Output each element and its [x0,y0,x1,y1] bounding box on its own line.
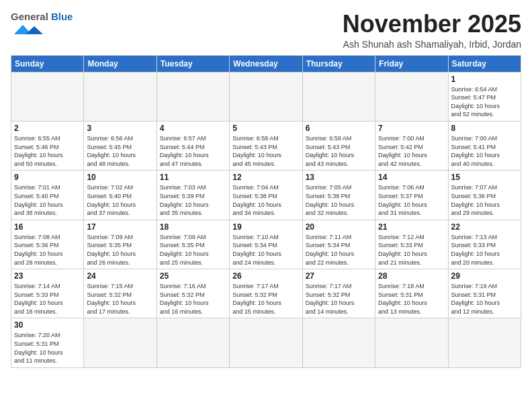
day-number: 29 [451,271,518,281]
logo-general-text: General [11,11,48,22]
day-number: 26 [232,271,299,281]
svg-marker-1 [26,26,43,34]
calendar-cell: 30Sunrise: 7:20 AM Sunset: 5:31 PM Dayli… [11,318,84,367]
day-number: 8 [451,124,518,133]
calendar-cell: 6Sunrise: 6:59 AM Sunset: 5:43 PM Daylig… [302,121,375,170]
weekday-header-friday: Friday [375,55,448,72]
day-info: Sunrise: 6:59 AM Sunset: 5:43 PM Dayligh… [306,134,372,168]
weekday-header-tuesday: Tuesday [157,55,229,72]
day-number: 22 [451,222,518,232]
day-info: Sunrise: 7:19 AM Sunset: 5:31 PM Dayligh… [451,282,518,316]
calendar-cell: 18Sunrise: 7:09 AM Sunset: 5:35 PM Dayli… [157,220,229,269]
day-info: Sunrise: 7:05 AM Sunset: 5:38 PM Dayligh… [306,183,372,217]
day-info: Sunrise: 7:06 AM Sunset: 5:37 PM Dayligh… [378,183,445,217]
weekday-header-monday: Monday [84,55,157,72]
day-number: 24 [87,271,153,281]
day-info: Sunrise: 7:13 AM Sunset: 5:33 PM Dayligh… [451,233,518,267]
day-info: Sunrise: 6:58 AM Sunset: 5:43 PM Dayligh… [232,134,299,168]
day-info: Sunrise: 7:09 AM Sunset: 5:35 PM Dayligh… [87,233,153,267]
day-number: 21 [378,222,445,232]
day-info: Sunrise: 7:00 AM Sunset: 5:42 PM Dayligh… [378,134,445,168]
weekday-header-wednesday: Wednesday [230,55,302,72]
day-info: Sunrise: 7:01 AM Sunset: 5:40 PM Dayligh… [14,183,81,217]
calendar-row-3: 16Sunrise: 7:08 AM Sunset: 5:36 PM Dayli… [11,220,521,269]
day-info: Sunrise: 7:20 AM Sunset: 5:31 PM Dayligh… [14,331,81,365]
day-number: 12 [232,173,299,182]
calendar-cell [302,318,375,367]
day-number: 14 [378,173,445,182]
calendar-cell [375,72,448,121]
calendar-cell: 27Sunrise: 7:17 AM Sunset: 5:32 PM Dayli… [302,269,375,318]
calendar-cell [157,72,229,121]
day-info: Sunrise: 7:08 AM Sunset: 5:36 PM Dayligh… [14,233,81,267]
calendar-cell: 8Sunrise: 7:00 AM Sunset: 5:41 PM Daylig… [448,121,521,170]
calendar-cell: 11Sunrise: 7:03 AM Sunset: 5:39 PM Dayli… [157,171,229,220]
day-info: Sunrise: 7:00 AM Sunset: 5:41 PM Dayligh… [451,134,518,168]
calendar-cell: 16Sunrise: 7:08 AM Sunset: 5:36 PM Dayli… [11,220,84,269]
calendar-cell: 28Sunrise: 7:18 AM Sunset: 5:31 PM Dayli… [375,269,448,318]
logo-blue-text: Blue [51,11,73,22]
calendar-cell [302,72,375,121]
day-info: Sunrise: 7:17 AM Sunset: 5:32 PM Dayligh… [306,282,372,316]
day-number: 11 [160,173,226,182]
day-info: Sunrise: 7:03 AM Sunset: 5:39 PM Dayligh… [160,183,226,217]
day-number: 16 [14,222,81,232]
calendar-cell: 25Sunrise: 7:16 AM Sunset: 5:32 PM Dayli… [157,269,229,318]
weekday-header-sunday: Sunday [11,55,84,72]
calendar-cell: 20Sunrise: 7:11 AM Sunset: 5:34 PM Dayli… [302,220,375,269]
calendar-cell: 14Sunrise: 7:06 AM Sunset: 5:37 PM Dayli… [375,171,448,220]
calendar-cell: 21Sunrise: 7:12 AM Sunset: 5:33 PM Dayli… [375,220,448,269]
day-number: 9 [14,173,81,182]
day-info: Sunrise: 7:09 AM Sunset: 5:35 PM Dayligh… [160,233,226,267]
calendar-cell: 26Sunrise: 7:17 AM Sunset: 5:32 PM Dayli… [230,269,302,318]
day-number: 3 [87,124,153,133]
calendar-cell: 22Sunrise: 7:13 AM Sunset: 5:33 PM Dayli… [448,220,521,269]
day-info: Sunrise: 7:07 AM Sunset: 5:36 PM Dayligh… [451,183,518,217]
calendar-cell: 3Sunrise: 6:56 AM Sunset: 5:45 PM Daylig… [84,121,157,170]
day-number: 25 [160,271,226,281]
logo: General Blue [11,11,73,40]
weekday-header-thursday: Thursday [302,55,375,72]
day-info: Sunrise: 7:10 AM Sunset: 5:34 PM Dayligh… [232,233,299,267]
header: General Blue November 2025 Ash Shunah as… [11,11,521,50]
calendar-cell [157,318,229,367]
calendar-row-1: 2Sunrise: 6:55 AM Sunset: 5:46 PM Daylig… [11,121,521,170]
day-number: 10 [87,173,153,182]
weekday-header-saturday: Saturday [448,55,521,72]
logo-icon [11,22,48,37]
calendar-row-0: 1Sunrise: 6:54 AM Sunset: 5:47 PM Daylig… [11,72,521,121]
calendar-cell [230,72,302,121]
calendar-cell: 12Sunrise: 7:04 AM Sunset: 5:38 PM Dayli… [230,171,302,220]
day-number: 4 [160,124,226,133]
month-title: November 2025 [343,11,521,38]
calendar-row-2: 9Sunrise: 7:01 AM Sunset: 5:40 PM Daylig… [11,171,521,220]
title-area: November 2025 Ash Shunah ash Shamaliyah,… [343,11,521,50]
calendar-cell [84,72,157,121]
day-info: Sunrise: 7:04 AM Sunset: 5:38 PM Dayligh… [232,183,299,217]
day-info: Sunrise: 7:11 AM Sunset: 5:34 PM Dayligh… [306,233,372,267]
day-number: 18 [160,222,226,232]
calendar-cell: 24Sunrise: 7:15 AM Sunset: 5:32 PM Dayli… [84,269,157,318]
day-number: 28 [378,271,445,281]
day-number: 15 [451,173,518,182]
day-number: 27 [306,271,372,281]
day-number: 6 [306,124,372,133]
calendar-cell: 1Sunrise: 6:54 AM Sunset: 5:47 PM Daylig… [448,72,521,121]
calendar-cell: 15Sunrise: 7:07 AM Sunset: 5:36 PM Dayli… [448,171,521,220]
calendar: SundayMondayTuesdayWednesdayThursdayFrid… [11,55,521,368]
day-info: Sunrise: 7:02 AM Sunset: 5:40 PM Dayligh… [87,183,153,217]
calendar-cell: 9Sunrise: 7:01 AM Sunset: 5:40 PM Daylig… [11,171,84,220]
day-info: Sunrise: 7:17 AM Sunset: 5:32 PM Dayligh… [232,282,299,316]
calendar-cell: 29Sunrise: 7:19 AM Sunset: 5:31 PM Dayli… [448,269,521,318]
day-number: 30 [14,320,81,330]
calendar-cell: 2Sunrise: 6:55 AM Sunset: 5:46 PM Daylig… [11,121,84,170]
day-number: 20 [306,222,372,232]
day-number: 2 [14,124,81,133]
calendar-cell [230,318,302,367]
day-number: 23 [14,271,81,281]
day-info: Sunrise: 6:57 AM Sunset: 5:44 PM Dayligh… [160,134,226,168]
day-number: 7 [378,124,445,133]
day-number: 5 [232,124,299,133]
day-number: 13 [306,173,372,182]
calendar-row-5: 30Sunrise: 7:20 AM Sunset: 5:31 PM Dayli… [11,318,521,367]
